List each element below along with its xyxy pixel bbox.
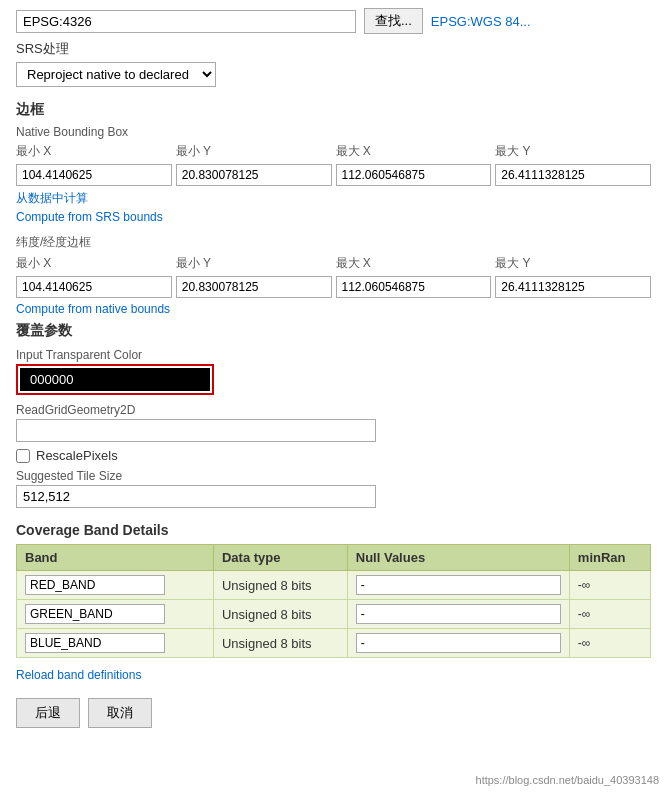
minran-cell: -∞	[569, 629, 650, 658]
tile-size-section: Suggested Tile Size	[16, 469, 651, 508]
min-x-header: 最小 X	[16, 143, 172, 160]
dtype-cell: Unsigned 8 bits	[213, 629, 347, 658]
null-val-cell	[347, 629, 569, 658]
srs-select[interactable]: Reproject native to declared	[16, 62, 216, 87]
band-name-input[interactable]	[25, 575, 165, 595]
bottom-btn-row: 后退 取消	[16, 698, 651, 728]
page-container: 查找... EPSG:WGS 84... SRS处理 Reproject nat…	[0, 0, 667, 744]
ll-max-x-header: 最大 X	[336, 255, 492, 272]
max-y-header: 最大 Y	[495, 143, 651, 160]
epsg-input[interactable]	[16, 10, 356, 33]
transparent-color-label: Input Transparent Color	[16, 348, 651, 362]
native-max-y[interactable]	[495, 164, 651, 186]
max-x-header: 最大 X	[336, 143, 492, 160]
band-name-cell	[17, 629, 214, 658]
rescale-row: RescalePixels	[16, 448, 651, 463]
back-button[interactable]: 后退	[16, 698, 80, 728]
native-min-x[interactable]	[16, 164, 172, 186]
band-details-title: Coverage Band Details	[16, 522, 651, 538]
epsg-link[interactable]: EPSG:WGS 84...	[431, 14, 531, 29]
color-input[interactable]	[20, 368, 210, 391]
table-row: Unsigned 8 bits -∞	[17, 571, 651, 600]
null-val-input[interactable]	[356, 575, 561, 595]
latlon-bbox-headers: 最小 X 最小 Y 最大 X 最大 Y	[16, 255, 651, 272]
epsg-row: 查找... EPSG:WGS 84...	[16, 8, 651, 34]
read-grid-input[interactable]	[16, 419, 376, 442]
null-val-cell	[347, 600, 569, 629]
bbox-section: 边框 Native Bounding Box 最小 X 最小 Y 最大 X 最大…	[16, 101, 651, 316]
from-srs-link[interactable]: Compute from SRS bounds	[16, 210, 651, 224]
coverage-section: 覆盖参数 Input Transparent Color ReadGridGeo…	[16, 322, 651, 508]
minran-cell: -∞	[569, 600, 650, 629]
bbox-title: 边框	[16, 101, 651, 119]
ll-min-x[interactable]	[16, 276, 172, 298]
reload-band-link[interactable]: Reload band definitions	[16, 668, 651, 682]
null-val-cell	[347, 571, 569, 600]
ll-max-y[interactable]	[495, 276, 651, 298]
tile-size-label: Suggested Tile Size	[16, 469, 651, 483]
tile-size-input[interactable]	[16, 485, 376, 508]
srs-section: SRS处理 Reproject native to declared	[16, 40, 651, 87]
band-name-input[interactable]	[25, 633, 165, 653]
band-col-header: Band	[17, 545, 214, 571]
dtype-col-header: Data type	[213, 545, 347, 571]
min-y-header: 最小 Y	[176, 143, 332, 160]
from-native-link[interactable]: Compute from native bounds	[16, 302, 651, 316]
color-input-wrapper	[16, 364, 214, 395]
srs-label: SRS处理	[16, 40, 651, 58]
native-min-y[interactable]	[176, 164, 332, 186]
table-row: Unsigned 8 bits -∞	[17, 629, 651, 658]
band-name-input[interactable]	[25, 604, 165, 624]
band-table: Band Data type Null Values minRan Unsign…	[16, 544, 651, 658]
rescale-checkbox[interactable]	[16, 449, 30, 463]
null-val-input[interactable]	[356, 633, 561, 653]
dtype-cell: Unsigned 8 bits	[213, 600, 347, 629]
native-max-x[interactable]	[336, 164, 492, 186]
ll-min-x-header: 最小 X	[16, 255, 172, 272]
apply-button[interactable]: 取消	[88, 698, 152, 728]
band-details-section: Coverage Band Details Band Data type Nul…	[16, 522, 651, 682]
minran-cell: -∞	[569, 571, 650, 600]
band-name-cell	[17, 600, 214, 629]
null-val-input[interactable]	[356, 604, 561, 624]
band-name-cell	[17, 571, 214, 600]
minran-col-header: minRan	[569, 545, 650, 571]
dtype-cell: Unsigned 8 bits	[213, 571, 347, 600]
latlon-bbox-values	[16, 276, 651, 298]
native-bbox-headers: 最小 X 最小 Y 最大 X 最大 Y	[16, 143, 651, 160]
epsg-find-button[interactable]: 查找...	[364, 8, 423, 34]
ll-max-x[interactable]	[336, 276, 492, 298]
ll-min-y[interactable]	[176, 276, 332, 298]
from-data-link[interactable]: 从数据中计算	[16, 190, 651, 207]
read-grid-label: ReadGridGeometry2D	[16, 403, 651, 417]
rescale-label: RescalePixels	[36, 448, 118, 463]
latlon-label: 纬度/经度边框	[16, 234, 651, 251]
table-row: Unsigned 8 bits -∞	[17, 600, 651, 629]
ll-max-y-header: 最大 Y	[495, 255, 651, 272]
band-table-header-row: Band Data type Null Values minRan	[17, 545, 651, 571]
native-bbox-label: Native Bounding Box	[16, 125, 651, 139]
null-col-header: Null Values	[347, 545, 569, 571]
native-bbox-values	[16, 164, 651, 186]
band-links: Reload band definitions	[16, 668, 651, 682]
coverage-title: 覆盖参数	[16, 322, 651, 340]
ll-min-y-header: 最小 Y	[176, 255, 332, 272]
